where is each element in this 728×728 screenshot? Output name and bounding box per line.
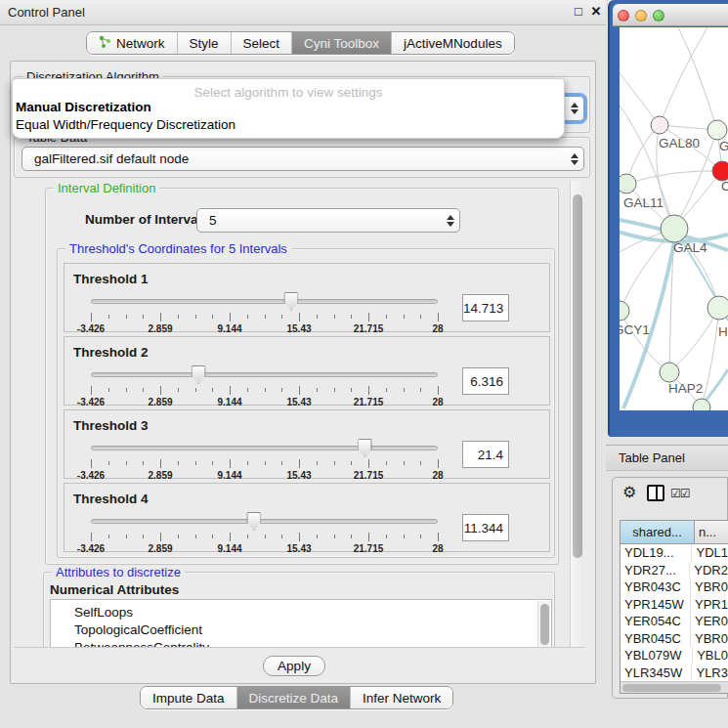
- node-red-selected: [712, 161, 728, 181]
- thresholds-group-label: Threshold's Coordinates for 5 Intervals: [65, 241, 291, 256]
- table-data-combo[interactable]: galFiltered.sif default node: [21, 147, 584, 171]
- attributes-scrollbar[interactable]: [537, 601, 550, 648]
- table-row[interactable]: YDR27...YDR2: [621, 562, 728, 579]
- node-label: GCY1: [620, 322, 650, 337]
- table-data-combo-value: galFiltered.sif default node: [22, 151, 566, 166]
- network-window-titlebar: [613, 4, 728, 26]
- node-hap2: [660, 363, 679, 382]
- node-label: GAL11: [623, 195, 664, 210]
- number-of-intervals-value: 5: [197, 213, 442, 228]
- list-item[interactable]: SelfLoops: [51, 604, 551, 621]
- tab-cyni-toolbox[interactable]: Cyni Toolbox: [292, 32, 392, 54]
- slider-track[interactable]: [91, 299, 438, 304]
- threshold-slider-1[interactable]: -3.426 2.859 9.144 15.43 21.715 28: [91, 291, 438, 330]
- slider-tick-labels: -3.426 2.859 9.144 21.715 15.43 28: [91, 543, 438, 555]
- table-horizontal-scrollbar[interactable]: [621, 681, 728, 693]
- tab-style[interactable]: Style: [178, 32, 232, 54]
- stepper-icon: [566, 97, 583, 120]
- slider-track[interactable]: [91, 446, 438, 450]
- column-layout-icon[interactable]: [647, 485, 664, 501]
- tab-label: Discretize Data: [249, 691, 339, 706]
- tab-select[interactable]: Select: [232, 32, 293, 54]
- gear-icon[interactable]: ⚙: [622, 483, 636, 501]
- slider-handle[interactable]: [192, 365, 206, 384]
- zoom-traffic-light-icon[interactable]: [653, 10, 664, 21]
- table-row[interactable]: YDL19...YDL1: [621, 544, 728, 562]
- tab-label: Cyni Toolbox: [304, 36, 379, 51]
- slider-handle[interactable]: [246, 512, 261, 531]
- stepper-icon: [442, 209, 459, 232]
- network-nodes[interactable]: [620, 116, 728, 410]
- tab-discretize-data[interactable]: Discretize Data: [237, 687, 352, 708]
- list-item[interactable]: BetweennessCentrality: [51, 639, 551, 648]
- node-top-right: [707, 120, 727, 140]
- threshold-value-field[interactable]: 11.344: [462, 514, 509, 541]
- minimize-traffic-light-icon[interactable]: [635, 10, 647, 21]
- settings-scrollbar[interactable]: [570, 181, 584, 648]
- table-row[interactable]: YBL079WYBL0: [621, 647, 728, 664]
- node-label: GAL80: [659, 136, 700, 150]
- threshold-label: Threshold 4: [73, 492, 149, 506]
- node-gcy1: [620, 301, 629, 321]
- threshold-label: Threshold 1: [73, 272, 149, 286]
- numerical-attributes-list: SelfLoops TopologicalCoefficient Between…: [50, 599, 552, 648]
- table-row[interactable]: YPR145WYPR1: [621, 596, 728, 614]
- tab-impute-data[interactable]: Impute Data: [141, 687, 237, 708]
- tab-jactivemnodules[interactable]: jActiveMNodules: [392, 32, 514, 54]
- algorithm-option-equal-width[interactable]: Equal Width/Frequency Discretization: [16, 117, 236, 132]
- settings-scrollbar-thumb[interactable]: [573, 194, 582, 558]
- control-panel-tab-bar: Network Style Select Cyni Toolbox jActiv…: [86, 31, 515, 55]
- interval-definition-label: Interval Definition: [54, 181, 159, 195]
- threshold-value-field[interactable]: 6.316: [462, 367, 509, 395]
- float-window-icon[interactable]: □: [571, 4, 586, 20]
- column-header-name[interactable]: n...: [695, 521, 728, 543]
- table-row[interactable]: YER054CYER0: [621, 613, 728, 630]
- network-canvas[interactable]: GAL80 G C GAL11 GAL4 GCY1 H HAP2: [620, 27, 728, 410]
- slider-track[interactable]: [91, 372, 438, 377]
- close-window-icon[interactable]: ✕: [588, 4, 604, 20]
- network-node-labels: GAL80 G C GAL11 GAL4 GCY1 H HAP2: [620, 136, 728, 396]
- slider-tick-labels: -3.426 2.859 9.144 15.43 21.715 28: [91, 397, 438, 408]
- table-row[interactable]: YBR043CYBR0: [621, 578, 728, 596]
- threshold-slider-4[interactable]: -3.426 2.859 9.144 21.715 15.43 28: [91, 511, 438, 550]
- apply-button[interactable]: Apply: [263, 656, 325, 676]
- list-item[interactable]: TopologicalCoefficient: [51, 621, 551, 639]
- numerical-attributes-label: Numerical Attributes: [50, 582, 179, 597]
- threshold-value-field[interactable]: 21.4: [462, 441, 509, 468]
- threshold-panel-3: Threshold 3 -3.426 2.859 9.144 15.43 21.…: [64, 409, 550, 479]
- slider-handle[interactable]: [358, 439, 372, 457]
- tab-label: Style: [190, 36, 219, 51]
- threshold-slider-3[interactable]: -3.426 2.859 9.144 15.43 21.715 28: [91, 438, 438, 477]
- algorithm-option-manual[interactable]: Manual Discretization: [16, 100, 151, 114]
- table-header-row: shared... n...: [621, 521, 728, 544]
- select-columns-icon[interactable]: ☑☑: [670, 487, 690, 500]
- column-header-shared-name[interactable]: shared...: [621, 521, 695, 543]
- table-row[interactable]: YLR345WYLR3: [621, 664, 728, 682]
- threshold-value-field[interactable]: 14.713: [462, 294, 509, 321]
- tab-label: jActiveMNodules: [404, 36, 502, 51]
- close-traffic-light-icon[interactable]: [618, 10, 629, 21]
- stepper-icon: [566, 148, 583, 170]
- node-attribute-table: shared... n... YDL19...YDL1 YDR27...YDR2…: [620, 520, 728, 694]
- threshold-label: Threshold 3: [73, 418, 149, 433]
- attributes-groupbox: Attributes to discretize Numerical Attri…: [43, 572, 555, 648]
- tab-infer-network[interactable]: Infer Network: [351, 687, 452, 708]
- network-icon: [99, 35, 111, 51]
- node-label: G: [719, 139, 728, 153]
- table-row[interactable]: YBR045CYBR0: [621, 630, 728, 648]
- algorithm-dropdown-popup: Select algorithm to view settings Manual…: [12, 78, 565, 139]
- threshold-slider-2[interactable]: -3.426 2.859 9.144 15.43 21.715 28: [91, 364, 438, 404]
- node-right-mid: [707, 296, 728, 320]
- node-gal4: [661, 215, 688, 242]
- tab-network[interactable]: Network: [87, 32, 178, 54]
- number-of-intervals-combo[interactable]: 5: [196, 208, 460, 233]
- tab-label: Infer Network: [363, 691, 441, 706]
- control-panel-titlebar: [0, 0, 606, 25]
- slider-handle[interactable]: [283, 292, 298, 311]
- tab-label: Select: [243, 36, 280, 51]
- tab-label: Impute Data: [152, 691, 225, 706]
- node-label: GAL4: [673, 240, 707, 255]
- node-gal80: [651, 116, 668, 134]
- thresholds-groupbox: Threshold's Coordinates for 5 Intervals …: [57, 248, 555, 558]
- slider-track[interactable]: [91, 519, 438, 524]
